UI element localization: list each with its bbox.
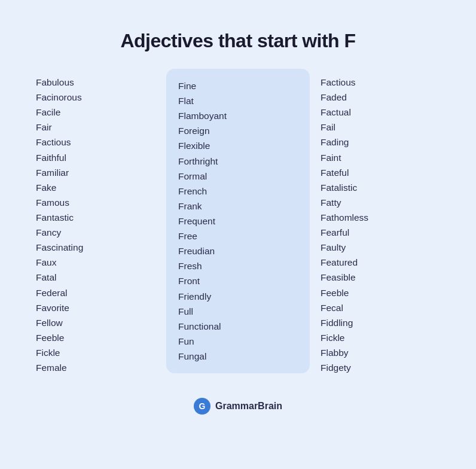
list-item: Fancy [36,225,155,240]
content-area: FabulousFacinorousFacileFairFactiousFait… [30,69,446,381]
list-item: Fresh [178,258,298,273]
list-item: Fail [321,120,440,135]
list-item: Fatalistic [321,180,440,195]
list-item: Freudian [178,243,298,258]
list-item: Fine [178,78,298,93]
list-item: Formal [178,169,298,184]
list-item: Flat [178,93,298,108]
list-item: Factious [36,135,155,150]
list-item: Fabulous [36,75,155,90]
list-item: Facinorous [36,90,155,105]
column-middle: FineFlatFlamboyantForeignFlexibleForthri… [166,69,310,373]
list-item: Fatal [36,270,155,285]
list-item: Frank [178,199,298,214]
list-item: Foreign [178,123,298,138]
list-item: Famous [36,195,155,210]
list-item: Fathomless [321,210,440,225]
list-item: Fellow [36,315,155,330]
list-item: Fantastic [36,210,155,225]
list-item: Fidgety [321,360,440,375]
list-item: Female [36,360,155,375]
list-item: Fake [36,180,155,195]
list-item: Featured [321,255,440,270]
list-item: Fun [178,334,298,349]
column-left: FabulousFacinorousFacileFairFactiousFait… [30,69,161,381]
list-item: Fungal [178,349,298,364]
logo-symbol: G [199,401,206,411]
list-item: Favorite [36,300,155,315]
list-item: Fateful [321,165,440,180]
list-item: Feeble [321,285,440,300]
list-item: Familiar [36,165,155,180]
list-item: Feasible [321,270,440,285]
column-right: FactiousFadedFactualFailFadingFaintFatef… [315,69,446,381]
list-item: Federal [36,285,155,300]
list-item: Fickle [321,330,440,345]
footer: G GrammarBrain [194,398,282,415]
list-item: Fair [36,120,155,135]
list-item: Forthright [178,154,298,169]
list-item: Fearful [321,225,440,240]
list-item: Friendly [178,289,298,304]
list-item: Fading [321,135,440,150]
list-item: Fatty [321,195,440,210]
list-item: Factious [321,75,440,90]
list-item: Functional [178,319,298,334]
list-item: Frequent [178,214,298,229]
list-item: Fiddling [321,315,440,330]
list-item: Free [178,229,298,243]
list-item: Fascinating [36,240,155,255]
list-item: French [178,184,298,199]
list-item: Faux [36,255,155,270]
list-item: Flamboyant [178,108,298,123]
page-title: Adjectives that start with F [120,30,355,52]
list-item: Faithful [36,150,155,165]
list-item: Fickle [36,345,155,360]
list-item: Faulty [321,240,440,255]
list-item: Feeble [36,330,155,345]
list-item: Facile [36,105,155,120]
list-item: Fecal [321,300,440,315]
list-item: Full [178,304,298,319]
list-item: Faint [321,150,440,165]
list-item: Flabby [321,345,440,360]
list-item: Front [178,273,298,288]
brand-name: GrammarBrain [215,401,282,412]
list-item: Factual [321,105,440,120]
main-card: Adjectives that start with F FabulousFac… [12,12,464,469]
brand-logo: G [194,398,210,415]
list-item: Faded [321,90,440,105]
list-item: Flexible [178,138,298,153]
